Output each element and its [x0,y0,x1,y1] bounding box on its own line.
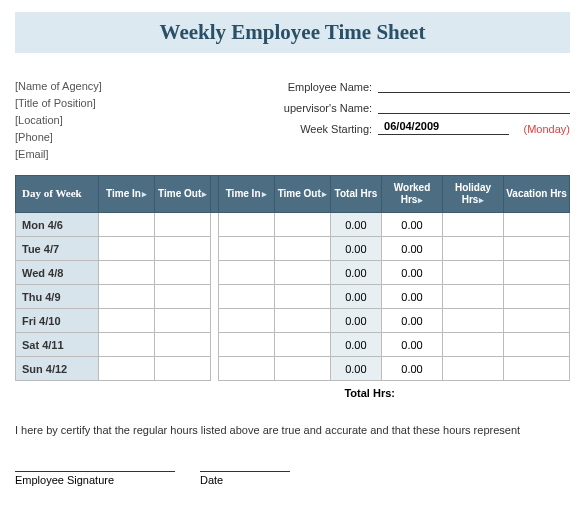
header-time-out-1: Time Out▸ [155,176,211,213]
supervisor-name-value[interactable] [378,99,570,114]
time-out-2-cell[interactable] [274,261,330,285]
timesheet-table: Day of Week Time In▸ Time Out▸ Time In▸ … [15,175,570,381]
arrow-icon: ▸ [321,189,327,199]
worked-hrs-cell: 0.00 [382,309,443,333]
header-day: Day of Week [16,176,99,213]
week-starting-value[interactable]: 06/04/2009 [378,120,508,135]
time-in-2-cell[interactable] [218,213,274,237]
agency-position: [Title of Position] [15,95,248,112]
gap-cell [211,213,218,237]
total-hrs-cell: 0.00 [330,309,381,333]
time-in-1-cell[interactable] [98,285,154,309]
time-out-1-cell[interactable] [155,333,211,357]
vacation-hrs-cell[interactable] [504,213,570,237]
holiday-hrs-cell[interactable] [443,285,504,309]
table-row: Sat 4/110.000.00 [16,333,570,357]
time-out-1-cell[interactable] [155,285,211,309]
day-cell: Thu 4/9 [16,285,99,309]
holiday-hrs-cell[interactable] [443,309,504,333]
agency-name: [Name of Agency] [15,78,248,95]
gap-cell [211,261,218,285]
worked-hrs-cell: 0.00 [382,261,443,285]
total-hrs-cell: 0.00 [330,213,381,237]
time-in-2-cell[interactable] [218,285,274,309]
total-hrs-cell: 0.00 [330,237,381,261]
gap-cell [211,333,218,357]
total-hrs-label: Total Hrs: [15,387,570,399]
worked-hrs-cell: 0.00 [382,357,443,381]
gap-cell [211,285,218,309]
header-worked-hrs: Worked Hrs▸ [382,176,443,213]
gap-cell [211,237,218,261]
worked-hrs-cell: 0.00 [382,333,443,357]
time-out-1-cell[interactable] [155,261,211,285]
signature-date[interactable]: Date [200,471,290,486]
time-in-1-cell[interactable] [98,213,154,237]
week-starting-row: Week Starting: 06/04/2009 (Monday) [248,120,570,135]
vacation-hrs-cell[interactable] [504,237,570,261]
time-in-1-cell[interactable] [98,237,154,261]
holiday-hrs-cell[interactable] [443,237,504,261]
time-out-1-cell[interactable] [155,213,211,237]
header-holiday-hrs: Holiday Hrs▸ [443,176,504,213]
signature-section: Employee Signature Date [15,471,570,486]
total-hrs-cell: 0.00 [330,285,381,309]
time-in-2-cell[interactable] [218,357,274,381]
day-cell: Wed 4/8 [16,261,99,285]
title-bar: Weekly Employee Time Sheet [15,12,570,53]
table-row: Fri 4/100.000.00 [16,309,570,333]
total-hrs-cell: 0.00 [330,261,381,285]
worked-hrs-cell: 0.00 [382,237,443,261]
day-cell: Sat 4/11 [16,333,99,357]
time-out-1-cell[interactable] [155,357,211,381]
employee-name-label: Employee Name: [248,81,378,93]
time-out-2-cell[interactable] [274,309,330,333]
header-gap [211,176,218,213]
time-out-2-cell[interactable] [274,333,330,357]
table-body: Mon 4/60.000.00Tue 4/70.000.00Wed 4/80.0… [16,213,570,381]
holiday-hrs-cell[interactable] [443,213,504,237]
time-out-1-cell[interactable] [155,237,211,261]
day-cell: Sun 4/12 [16,357,99,381]
arrow-icon: ▸ [478,195,484,205]
time-in-1-cell[interactable] [98,309,154,333]
time-out-1-cell[interactable] [155,309,211,333]
employee-name-value[interactable] [378,78,570,93]
time-out-2-cell[interactable] [274,357,330,381]
time-in-2-cell[interactable] [218,309,274,333]
agency-column: [Name of Agency] [Title of Position] [Lo… [15,78,248,163]
page-title: Weekly Employee Time Sheet [15,20,570,45]
time-out-2-cell[interactable] [274,285,330,309]
vacation-hrs-cell[interactable] [504,285,570,309]
day-cell: Fri 4/10 [16,309,99,333]
vacation-hrs-cell[interactable] [504,357,570,381]
time-in-1-cell[interactable] [98,261,154,285]
time-out-2-cell[interactable] [274,237,330,261]
day-cell: Mon 4/6 [16,213,99,237]
total-hrs-cell: 0.00 [330,333,381,357]
day-cell: Tue 4/7 [16,237,99,261]
worked-hrs-cell: 0.00 [382,213,443,237]
signature-employee[interactable]: Employee Signature [15,471,175,486]
supervisor-name-label: upervisor's Name: [248,102,378,114]
holiday-hrs-cell[interactable] [443,333,504,357]
week-starting-label: Week Starting: [248,123,378,135]
time-in-1-cell[interactable] [98,333,154,357]
time-in-2-cell[interactable] [218,237,274,261]
holiday-hrs-cell[interactable] [443,261,504,285]
table-row: Wed 4/80.000.00 [16,261,570,285]
arrow-icon: ▸ [417,195,423,205]
holiday-hrs-cell[interactable] [443,357,504,381]
total-hrs-cell: 0.00 [330,357,381,381]
vacation-hrs-cell[interactable] [504,333,570,357]
vacation-hrs-cell[interactable] [504,261,570,285]
fields-column: Employee Name: upervisor's Name: Week St… [248,78,570,163]
arrow-icon: ▸ [261,189,267,199]
time-in-1-cell[interactable] [98,357,154,381]
time-in-2-cell[interactable] [218,261,274,285]
table-row: Tue 4/70.000.00 [16,237,570,261]
time-in-2-cell[interactable] [218,333,274,357]
header-time-out-2: Time Out▸ [274,176,330,213]
time-out-2-cell[interactable] [274,213,330,237]
vacation-hrs-cell[interactable] [504,309,570,333]
